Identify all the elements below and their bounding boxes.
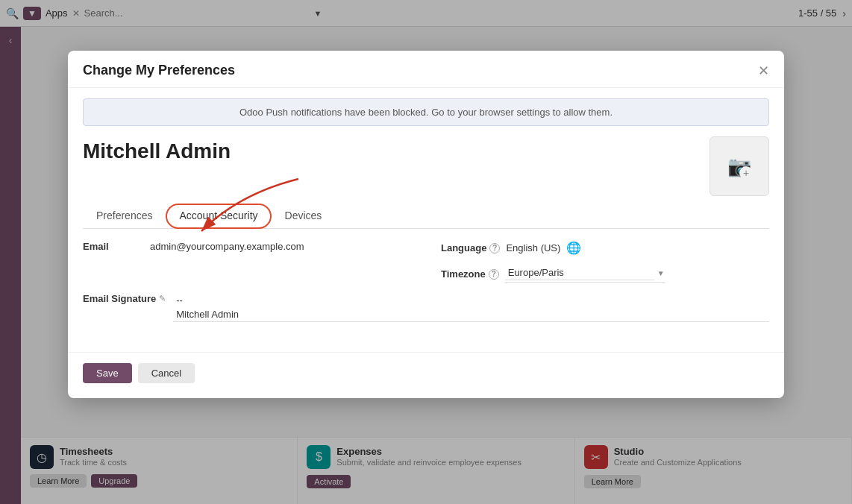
preferences-modal: Change My Preferences ✕ Odoo Push notifi… xyxy=(68,51,784,398)
language-label: Language ? xyxy=(441,242,500,253)
save-button[interactable]: Save xyxy=(83,363,132,383)
language-value: English (US) xyxy=(506,242,560,253)
timezone-row: Timezone ? Europe/Paris ▼ xyxy=(83,265,769,283)
modal-close-button[interactable]: ✕ xyxy=(758,64,769,78)
signature-label-wrap: Email Signature ✎ xyxy=(83,293,166,304)
cancel-button[interactable]: Cancel xyxy=(138,363,195,383)
modal-header: Change My Preferences ✕ xyxy=(68,51,784,88)
timezone-help-icon[interactable]: ? xyxy=(489,269,499,280)
email-value: admin@yourcompany.example.com xyxy=(150,241,304,252)
timezone-select[interactable]: Europe/Paris xyxy=(505,265,654,280)
avatar-add-icon: + xyxy=(739,166,753,180)
signature-label: Email Signature xyxy=(83,293,156,304)
notification-banner: Odoo Push notifications have been blocke… xyxy=(83,98,769,126)
signature-line1: -- xyxy=(173,293,769,307)
language-field-group: Language ? English (US) 🌐 xyxy=(441,241,769,255)
signature-content: -- Mitchell Admin xyxy=(173,293,769,322)
email-field-group: Email admin@yourcompany.example.com xyxy=(83,241,411,252)
signature-line2: Mitchell Admin xyxy=(173,307,769,321)
timezone-select-wrapper: Europe/Paris ▼ xyxy=(505,265,665,283)
language-help-icon[interactable]: ? xyxy=(489,243,500,253)
username-heading: Mitchell Admin xyxy=(83,139,231,163)
globe-icon: 🌐 xyxy=(566,241,581,255)
tab-devices[interactable]: Devices xyxy=(272,204,336,229)
avatar[interactable]: 📷 + xyxy=(710,136,769,196)
modal-tabs: Preferences Account Security Devices xyxy=(83,204,769,229)
user-section: Mitchell Admin 📷 + xyxy=(68,136,784,204)
modal-form: Email admin@yourcompany.example.com Lang… xyxy=(68,229,784,344)
email-language-row: Email admin@yourcompany.example.com Lang… xyxy=(83,241,769,255)
timezone-label: Timezone ? xyxy=(441,268,499,280)
modal-footer: Save Cancel xyxy=(68,352,784,383)
modal-inner: Change My Preferences ✕ Odoo Push notifi… xyxy=(68,51,784,383)
email-label: Email xyxy=(83,241,142,252)
modal-title: Change My Preferences xyxy=(83,63,235,78)
tab-account-security[interactable]: Account Security xyxy=(166,204,271,229)
timezone-dropdown-icon: ▼ xyxy=(657,269,665,277)
tab-preferences[interactable]: Preferences xyxy=(83,204,166,229)
avatar-inner: 📷 + xyxy=(727,155,751,178)
signature-edit-icon[interactable]: ✎ xyxy=(159,294,166,303)
signature-row: Email Signature ✎ -- Mitchell Admin xyxy=(83,293,769,322)
timezone-field-group: Timezone ? Europe/Paris ▼ xyxy=(441,265,769,283)
